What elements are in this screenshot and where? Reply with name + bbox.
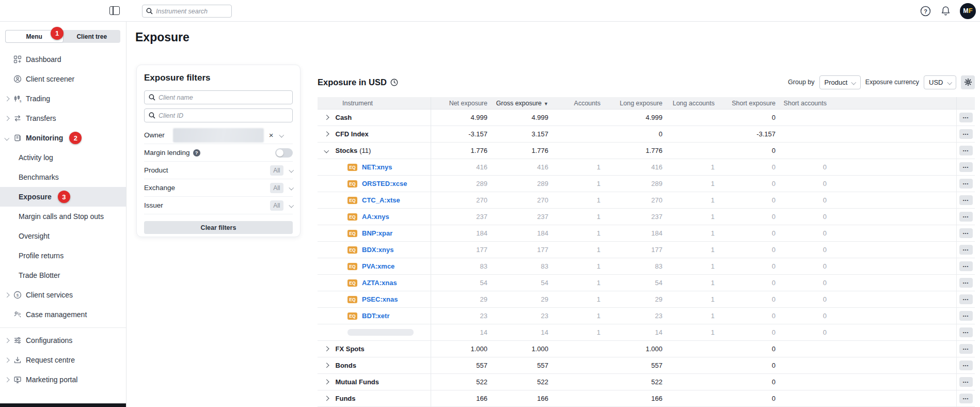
margin-lending-toggle[interactable] <box>275 148 293 158</box>
chevron-right-icon[interactable] <box>324 132 329 136</box>
sidebar-item-client-screener[interactable]: Client screener <box>0 69 126 89</box>
table-settings-button[interactable] <box>961 75 975 89</box>
chevron-right-icon[interactable] <box>5 377 9 382</box>
sidebar-item-marketing-portal[interactable]: Marketing portal <box>0 370 126 389</box>
sidebar-item-monitoring[interactable]: Monitoring2 <box>0 128 126 148</box>
table-row-instrument-pva-xmce[interactable]: EQPVA:xmce8383183100••• <box>318 258 975 275</box>
table-row-instrument-bnp-xpar[interactable]: EQBNP:xpar1841841184100••• <box>318 225 975 242</box>
history-clock-icon[interactable] <box>390 79 398 86</box>
instrument-link[interactable]: CTC_A:xtse <box>362 196 400 204</box>
client-name-input[interactable] <box>159 94 288 101</box>
row-actions-button[interactable]: ••• <box>959 162 973 172</box>
exposure-currency-dropdown[interactable]: USD <box>924 75 956 89</box>
row-actions-button[interactable]: ••• <box>959 311 973 321</box>
table-row-group-mutual-funds[interactable]: Mutual Funds5225225220••• <box>318 374 975 390</box>
table-row-instrument-azta-xnas[interactable]: EQAZTA:xnas5454154100••• <box>318 275 975 291</box>
sidebar-item-request-centre[interactable]: Request centre <box>0 350 126 370</box>
chevron-right-icon[interactable] <box>324 347 329 351</box>
user-avatar[interactable]: MF <box>960 3 976 19</box>
chevron-down-icon[interactable] <box>279 133 283 137</box>
row-actions-button[interactable]: ••• <box>959 327 973 337</box>
instrument-search[interactable] <box>142 5 232 18</box>
sidebar-item-profile-returns[interactable]: Profile returns <box>0 246 126 265</box>
row-actions-button[interactable]: ••• <box>959 377 973 387</box>
sidebar-item-exposure[interactable]: Exposure3 <box>0 187 126 207</box>
product-filter-row[interactable]: Product All <box>144 162 293 179</box>
chevron-down-icon[interactable] <box>289 168 293 173</box>
row-actions-button[interactable]: ••• <box>959 278 973 288</box>
tab-client-tree[interactable]: Client tree <box>64 30 121 43</box>
sidebar-item-client-services[interactable]: $Client services <box>0 285 126 305</box>
chevron-right-icon[interactable] <box>324 363 329 368</box>
group-by-dropdown[interactable]: Product <box>819 75 861 89</box>
sidebar-item-oversight[interactable]: Oversight <box>0 226 126 246</box>
col-header-long-accounts[interactable]: Long accounts <box>667 100 719 107</box>
table-row-instrument-ctc-a-xtse[interactable]: EQCTC_A:xtse2702701270100••• <box>318 192 975 209</box>
table-row-group-cash[interactable]: Cash4.9994.9994.9990••• <box>318 109 975 126</box>
table-row-group-stocks[interactable]: Stocks(11)1.7761.7761.7760••• <box>318 143 975 159</box>
client-id-input[interactable] <box>159 112 288 119</box>
sidebar-toggle-icon[interactable] <box>109 6 120 15</box>
row-actions-button[interactable]: ••• <box>959 228 973 238</box>
table-row-group-cfd-index[interactable]: CFD Index-3.1573.1570-3.157••• <box>318 126 975 143</box>
table-row-instrument-bdx-xnys[interactable]: EQBDX:xnys1771771177100••• <box>318 242 975 258</box>
sidebar-item-configurations[interactable]: Configurations <box>0 331 126 350</box>
col-header-instrument[interactable]: Instrument <box>318 97 431 109</box>
sidebar-item-trading[interactable]: $Trading <box>0 89 126 108</box>
row-actions-button[interactable]: ••• <box>959 179 973 189</box>
chevron-right-icon[interactable] <box>324 396 329 401</box>
instrument-search-input[interactable] <box>156 8 228 15</box>
sidebar-item-trade-blotter[interactable]: Trade Blotter <box>0 265 126 285</box>
col-header-accounts[interactable]: Accounts <box>552 100 605 107</box>
table-row-group-funds[interactable]: Funds1661661660••• <box>318 390 975 407</box>
col-header-gross-exposure[interactable]: Gross exposure▼ <box>492 100 552 107</box>
owner-value-redacted[interactable] <box>173 128 264 143</box>
chevron-down-icon[interactable] <box>5 135 9 140</box>
table-row-instrument-aa-xnys[interactable]: EQAA:xnys2372371237100••• <box>318 209 975 225</box>
chevron-down-icon[interactable] <box>324 148 329 153</box>
chevron-right-icon[interactable] <box>324 380 329 384</box>
instrument-link[interactable]: BDT:xetr <box>362 312 389 320</box>
sidebar-item-benchmarks[interactable]: Benchmarks <box>0 167 126 187</box>
row-actions-button[interactable]: ••• <box>959 113 973 122</box>
exchange-filter-row[interactable]: Exchange All <box>144 179 293 197</box>
sidebar-item-activity-log[interactable]: Activity log <box>0 148 126 167</box>
instrument-link[interactable]: NET:xnys <box>362 163 392 171</box>
col-header-short-exposure[interactable]: Short exposure <box>719 100 780 107</box>
row-actions-button[interactable]: ••• <box>959 361 973 370</box>
sidebar-item-case-management[interactable]: Case management <box>0 305 126 324</box>
chevron-right-icon[interactable] <box>5 357 9 362</box>
row-actions-button[interactable]: ••• <box>959 212 973 222</box>
col-header-short-accounts[interactable]: Short accounts <box>780 100 831 107</box>
chevron-down-icon[interactable] <box>289 203 293 208</box>
sidebar-item-transfers[interactable]: Transfers <box>0 108 126 128</box>
instrument-link[interactable]: PVA:xmce <box>362 262 394 270</box>
instrument-link[interactable]: BNP:xpar <box>362 229 392 237</box>
clear-owner-icon[interactable]: × <box>269 131 274 139</box>
table-row-instrument-redacted[interactable]: 1414114100••• <box>318 324 975 341</box>
margin-lending-help-icon[interactable]: ? <box>193 149 200 156</box>
sidebar-item-dashboard[interactable]: Dashboard <box>0 50 126 69</box>
row-actions-button[interactable]: ••• <box>959 195 973 205</box>
row-actions-button[interactable]: ••• <box>959 261 973 271</box>
table-row-instrument-orsted-xcse[interactable]: EQORSTED:xcse2892891289100••• <box>318 176 975 192</box>
help-icon[interactable]: ? <box>920 5 931 17</box>
chevron-right-icon[interactable] <box>5 292 9 297</box>
chevron-down-icon[interactable] <box>289 185 293 190</box>
table-row-group-bonds[interactable]: Bonds5575575570••• <box>318 357 975 374</box>
instrument-link[interactable]: ORSTED:xcse <box>362 180 407 187</box>
row-actions-button[interactable]: ••• <box>959 344 973 354</box>
instrument-link[interactable]: BDX:xnys <box>362 246 393 254</box>
table-row-instrument-net-xnys[interactable]: EQNET:xnys4164161416100••• <box>318 159 975 176</box>
row-actions-button[interactable]: ••• <box>959 245 973 255</box>
table-row-instrument-bdt-xetr[interactable]: EQBDT:xetr2323123100••• <box>318 308 975 324</box>
client-name-filter[interactable] <box>144 90 293 104</box>
row-actions-button[interactable]: ••• <box>959 129 973 139</box>
client-id-filter[interactable] <box>144 108 293 122</box>
instrument-link[interactable]: AZTA:xnas <box>362 279 397 287</box>
sidebar-item-margin-calls-and-stop-outs[interactable]: Margin calls and Stop outs <box>0 207 126 226</box>
table-row-group-fx-spots[interactable]: FX Spots1.0001.0001.0000••• <box>318 341 975 357</box>
row-actions-button[interactable]: ••• <box>959 146 973 155</box>
col-header-long-exposure[interactable]: Long exposure <box>605 100 667 107</box>
notifications-bell-icon[interactable] <box>940 5 951 17</box>
